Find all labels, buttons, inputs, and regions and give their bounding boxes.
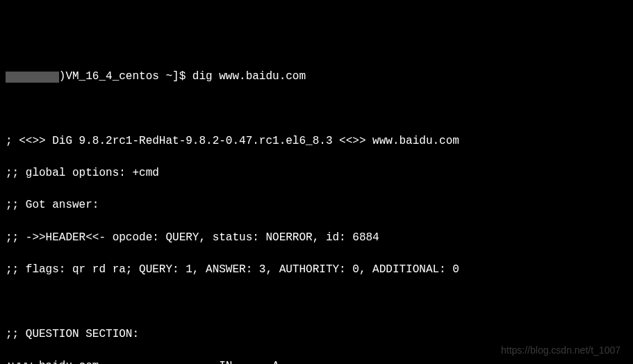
prompt-line: )VM_16_4_centos ~]$ dig www.baidu.com xyxy=(6,69,627,85)
watermark-text: https://blog.csdn.net/t_1007 xyxy=(501,343,620,357)
dig-got-answer: ;; Got answer: xyxy=(6,197,627,213)
blank-line xyxy=(6,294,627,310)
redacted-user xyxy=(6,72,59,83)
dig-flags: ;; flags: qr rd ra; QUERY: 1, ANSWER: 3,… xyxy=(6,262,627,278)
dig-header: ;; ->>HEADER<<- opcode: QUERY, status: N… xyxy=(6,230,627,246)
command-text[interactable]: dig www.baidu.com xyxy=(192,70,306,83)
dig-global-options: ;; global options: +cmd xyxy=(6,165,627,181)
question-row: ;www.baidu.com. IN A xyxy=(6,358,627,364)
dig-banner: ; <<>> DiG 9.8.2rc1-RedHat-9.8.2-0.47.rc… xyxy=(6,133,627,149)
blank-line xyxy=(6,101,627,117)
question-section-header: ;; QUESTION SECTION: xyxy=(6,326,627,342)
prompt-host: )VM_16_4_centos ~]$ xyxy=(59,70,192,83)
